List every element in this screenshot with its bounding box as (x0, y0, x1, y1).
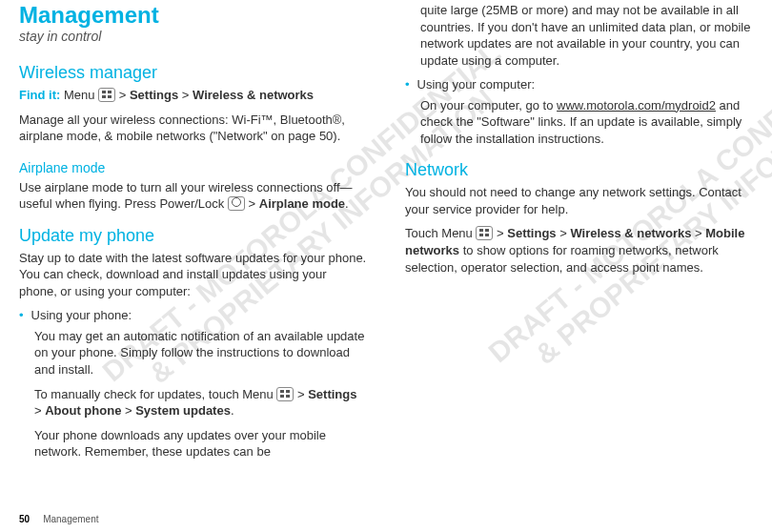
b1p2-settings: Settings (308, 387, 356, 401)
np2-b: > (493, 226, 507, 240)
update-phone-heading: Update my phone (19, 226, 367, 246)
find-it-sep2: > (178, 88, 193, 102)
find-it-menu-word: Menu (60, 88, 98, 102)
airplane-text-b: > (245, 196, 259, 211)
motorola-link: www.motorola.com/mydroid2 (557, 98, 716, 113)
b1p2-about: About phone (45, 403, 121, 418)
page-number: 50 (19, 514, 30, 524)
bullet-using-computer: • Using your computer: (405, 76, 753, 93)
continued-paragraph: quite large (25MB or more) and may not b… (420, 2, 753, 69)
find-it-settings: Settings (130, 88, 178, 102)
b1p2-sys: System updates (135, 403, 231, 418)
footer-section-label: Management (43, 514, 98, 524)
menu-key-icon (98, 88, 115, 102)
find-it-sep1: > (115, 88, 130, 102)
find-it-line: Find it: Menu > Settings > Wireless & ne… (19, 87, 367, 104)
network-para1: You should not need to change any networ… (405, 184, 753, 217)
b1p2-c: > (34, 403, 45, 418)
network-para2: Touch Menu > Settings > Wireless & netwo… (405, 225, 753, 276)
left-column: DRAFT - MOTOROLA CONFIDENTIAL & PROPRIET… (19, 2, 367, 524)
bullet-dot-icon-2: • (405, 76, 410, 93)
power-key-icon (228, 196, 245, 211)
np2-settings: Settings (507, 226, 556, 240)
bullet-dot-icon: • (19, 307, 24, 324)
b1p2-d: > (121, 403, 135, 418)
bullet2-details: On your computer, go to www.motorola.com… (405, 97, 753, 155)
bullet1-para1: You may get an automatic notification of… (34, 328, 367, 379)
page-footer: 50 Management (19, 514, 367, 524)
menu-key-icon-2 (276, 387, 294, 401)
bullet-using-phone: • Using your phone: (19, 307, 367, 324)
np2-c: > (557, 226, 571, 240)
page-subtitle: stay in control (19, 29, 367, 44)
right-column: DRAFT - MOTOROLA CONFIDENTIAL & PROPRIET… (405, 2, 753, 524)
wireless-manager-heading: Wireless manager (19, 63, 367, 83)
wireless-paragraph: Manage all your wireless connections: Wi… (19, 112, 367, 145)
update-paragraph: Stay up to date with the latest software… (19, 250, 367, 300)
find-it-wireless: Wireless & networks (193, 88, 314, 102)
np2-d: > (691, 226, 705, 240)
bullet1-para3: Your phone downloads any updates over yo… (34, 427, 367, 460)
bullet1-details: You may get an automatic notification of… (19, 328, 367, 468)
bullet-using-computer-text: Using your computer: (417, 76, 753, 93)
find-it-label: Find it: (19, 88, 60, 102)
bullet1-para2: To manually check for updates, touch Men… (34, 386, 367, 419)
airplane-text-c: . (345, 196, 349, 211)
airplane-mode-bold: Airplane mode (259, 196, 345, 211)
np2-wireless: Wireless & networks (570, 226, 691, 240)
b2p1-a: On your computer, go to (420, 98, 557, 113)
airplane-mode-heading: Airplane mode (19, 160, 367, 175)
bullet-using-phone-text: Using your phone: (31, 307, 367, 324)
page-title: Management (19, 2, 367, 29)
bullet2-para1: On your computer, go to www.motorola.com… (420, 97, 753, 148)
network-heading: Network (405, 160, 753, 180)
np2-a: Touch Menu (405, 226, 476, 240)
continued-indent: quite large (25MB or more) and may not b… (405, 2, 753, 76)
airplane-paragraph: Use airplane mode to turn all your wirel… (19, 179, 367, 213)
b1p2-e: . (231, 403, 234, 418)
b1p2-b: > (294, 387, 308, 401)
b1p2-a: To manually check for updates, touch Men… (34, 387, 276, 401)
menu-key-icon-3 (476, 226, 493, 240)
